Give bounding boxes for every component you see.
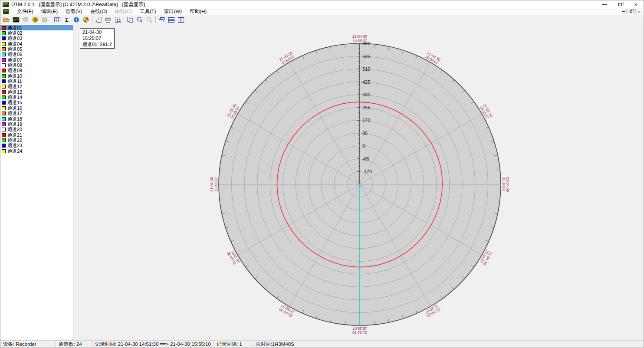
app-icon [3,2,9,7]
channel-color-swatch [2,36,6,40]
title-bar: DTM 2.0.1 - [圆盘显示] [C:\DTM 2.0.2\RealDat… [0,0,644,8]
radial-tick-label: 170 [362,118,370,123]
toolbar-separator [51,16,51,23]
statistics-sigma-button[interactable]: Σ [62,16,72,24]
stop-icon [41,16,48,23]
open-file-button[interactable] [2,16,11,24]
menu-online[interactable]: 在线(O) [86,8,111,15]
channel-color-swatch [2,117,6,121]
radial-tick-label: 85 [362,131,368,136]
channel-color-swatch [2,79,6,83]
channel-color-swatch [2,149,6,153]
toolbar-separator [92,16,92,23]
zoom-in-icon [136,16,143,23]
menu-edit[interactable]: 编辑(E) [37,8,62,15]
channel-color-swatch [2,63,6,67]
mdi-close-icon: × [637,10,640,14]
menu-window[interactable]: 窗口(W) [160,8,186,15]
pie-chart-button[interactable] [81,16,91,24]
polar-chart[interactable]: -170-8508517025534042551059568021-04-301… [76,24,644,341]
record-button[interactable] [30,16,40,24]
mdi-restore-button[interactable] [628,9,634,14]
channel-color-swatch [2,101,6,105]
mdi-restore-icon [630,10,632,13]
status-device: 设备: Recorder [0,341,56,348]
pause-icon [22,16,29,23]
export-button[interactable] [94,16,103,24]
restore-button[interactable] [612,0,628,8]
export-icon [95,16,102,23]
toolbar: Σi [0,15,644,24]
channel-color-swatch [2,31,6,35]
channel-color-swatch [2,106,6,110]
radial-tick-label: 255 [362,105,370,110]
channel-color-swatch [2,112,6,115]
channel-color-swatch [2,58,6,62]
tooltip-date: 21-04-30 [82,30,112,36]
print-preview-button[interactable] [113,16,122,24]
time-label: 21-04-3015:25:07 [352,326,367,335]
channel-color-swatch [2,74,6,78]
time-label: 21-04-3015:10:07 [502,177,510,192]
copy-button[interactable] [125,16,135,24]
mdi-close-button[interactable]: × [635,9,642,14]
menu-bar: 文件(F)编辑(E)查看(V)在线(O)曲线(C)工具(T)窗口(W)帮助(H)… [0,8,644,15]
channel-sidebar: 通道01通道02通道03通道04通道05通道06通道07通道08通道09通道10… [0,24,76,340]
menu-tools[interactable]: 工具(T) [136,8,160,15]
status-total-time: 总时间:1H3M40S [253,341,297,348]
status-bar: 设备: Recorder通道数: 24记录时间: 21-04-30 14:51:… [0,340,644,348]
print-button[interactable] [103,16,113,24]
channel-label: 通道24 [7,148,22,154]
mdi-minimize-button[interactable] [620,9,627,14]
status-record-interval: 记录间隔: 1 [214,341,253,348]
channel-color-swatch [2,90,6,94]
channel-color-swatch [2,26,6,30]
channel-color-swatch [2,122,6,126]
mdi-child-icon [3,9,9,14]
minimize-button[interactable] [597,0,612,8]
info-button[interactable]: i [72,16,81,24]
menu-view[interactable]: 查看(V) [62,8,86,15]
channel-color-swatch [2,133,6,137]
svg-text:Σ: Σ [65,16,69,23]
trend-display-icon [13,16,20,23]
minimize-icon [602,4,607,5]
status-record-time: 记录时间: 21-04-30 14:51:30 ==> 21-04-30 15:… [92,341,214,348]
tile-vertical-button[interactable] [176,16,186,24]
radial-tick-label: 425 [362,79,370,85]
trend-display-button[interactable] [11,16,21,24]
radial-tick-label: 340 [362,92,370,97]
statistics-sigma-icon: Σ [63,16,70,23]
channel-color-swatch [2,138,6,142]
menu-help[interactable]: 帮助(H) [186,8,210,15]
window-title: DTM 2.0.1 - [圆盘显示] [C:\DTM 2.0.2\RealDat… [11,1,597,8]
zoom-in-button[interactable] [135,16,145,24]
close-button[interactable]: × [628,0,644,8]
menu-file[interactable]: 文件(F) [13,8,37,15]
tile-horizontal-button[interactable] [167,16,176,24]
close-icon: × [634,2,637,7]
record-icon [32,16,39,23]
radial-tick-label: 595 [362,54,370,59]
tooltip-time: 15:25:07 [82,36,112,42]
channel-color-swatch [2,95,6,99]
channel-color-swatch [2,128,6,131]
mdi-minimize-icon [622,11,625,12]
channel-list[interactable]: 通道01通道02通道03通道04通道05通道06通道07通道08通道09通道10… [0,24,73,340]
channel-color-swatch [2,53,6,56]
radial-tick-label: -85 [362,156,369,161]
data-table-button[interactable] [53,16,62,24]
radial-tick-label: 0 [362,143,365,148]
chart-area[interactable]: 21-04-30 15:25:07 通道01: 291.2 -170-85085… [76,24,644,340]
toolbar-separator [155,16,156,23]
time-label: 21-04-3015:40:07 [210,177,218,192]
print-icon [105,16,112,23]
menu-items: 文件(F)编辑(E)查看(V)在线(O)曲线(C)工具(T)窗口(W)帮助(H) [13,8,210,15]
toolbar-separator [124,16,124,23]
stop-button [40,16,49,24]
status-channel-count: 通道数: 24 [56,341,92,348]
channel-item[interactable]: 通道24 [0,148,73,154]
cascade-windows-button[interactable] [157,16,167,24]
channel-color-swatch [2,47,6,51]
zoom-out-button [145,16,154,24]
